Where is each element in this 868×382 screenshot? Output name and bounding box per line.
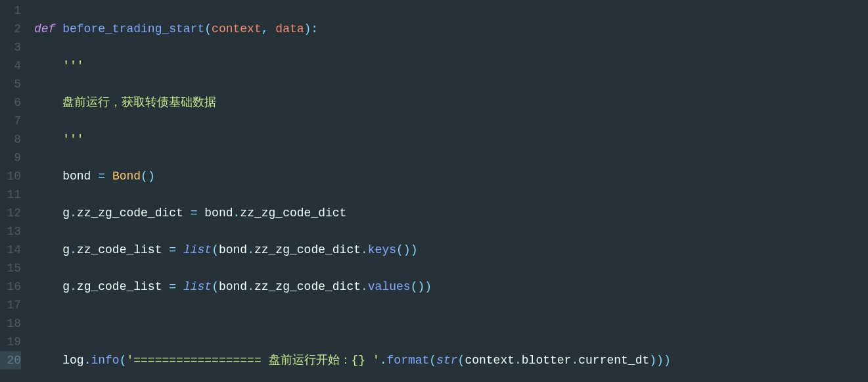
code-line[interactable]: ''' — [30, 130, 868, 149]
line-number: 10 — [0, 167, 21, 185]
line-number: 2 — [0, 20, 21, 38]
line-number: 14 — [0, 241, 21, 259]
line-number: 1 — [0, 1, 21, 20]
code-area[interactable]: def before_trading_start(context, data):… — [30, 0, 868, 382]
code-line[interactable]: bond = Bond() — [30, 167, 868, 185]
line-number: 17 — [0, 296, 21, 314]
line-number: 6 — [0, 93, 21, 112]
line-number: 16 — [0, 277, 21, 296]
line-number: 9 — [0, 149, 21, 167]
line-number: 13 — [0, 222, 21, 241]
line-number: 11 — [0, 185, 21, 204]
code-line[interactable]: g.zz_zg_code_dict = bond.zz_zg_code_dict — [30, 204, 868, 222]
line-number: 15 — [0, 259, 21, 277]
code-line[interactable]: def before_trading_start(context, data): — [30, 20, 868, 38]
line-number: 20 — [0, 351, 21, 370]
code-editor[interactable]: 1 2 3 4 5 6 7 8 9 10 11 12 13 14 15 16 1… — [0, 0, 868, 382]
line-number: 19 — [0, 333, 21, 351]
line-number: 7 — [0, 112, 21, 130]
line-number: 12 — [0, 204, 21, 222]
line-number: 4 — [0, 57, 21, 75]
code-line[interactable] — [30, 314, 868, 333]
code-line[interactable]: 盘前运行，获取转债基础数据 — [30, 93, 868, 112]
line-number-gutter: 1 2 3 4 5 6 7 8 9 10 11 12 13 14 15 16 1… — [0, 0, 30, 382]
code-line[interactable]: log.info('================== 盘前运行开始：{} '… — [30, 351, 868, 370]
line-number: 8 — [0, 130, 21, 149]
code-line[interactable]: ''' — [30, 57, 868, 75]
code-line[interactable]: g.zz_code_list = list(bond.zz_zg_code_di… — [30, 241, 868, 259]
line-number: 18 — [0, 314, 21, 333]
line-number: 3 — [0, 38, 21, 57]
code-line[interactable]: g.zg_code_list = list(bond.zz_zg_code_di… — [30, 277, 868, 296]
line-number: 5 — [0, 75, 21, 93]
